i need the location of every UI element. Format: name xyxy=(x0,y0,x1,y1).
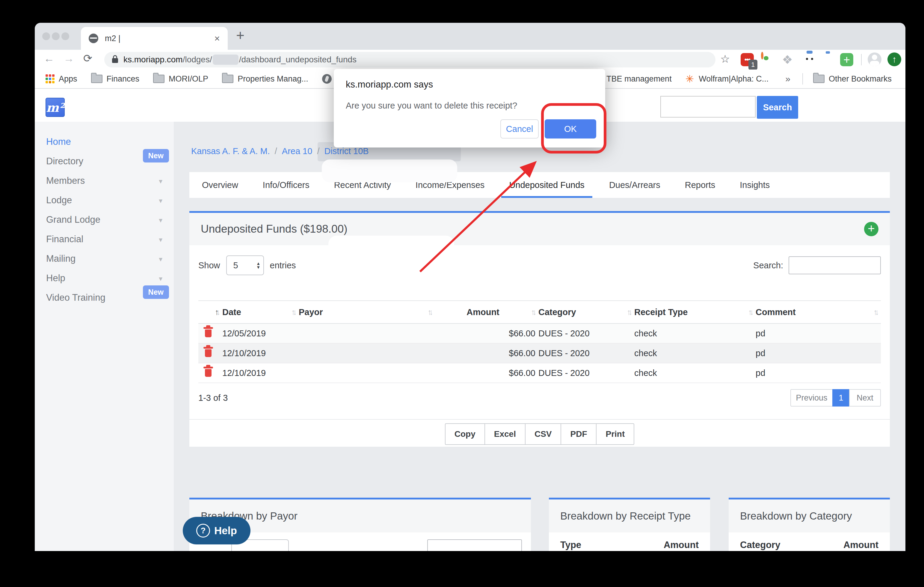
mori-logo[interactable]: m² xyxy=(46,98,65,117)
tab-info-officers[interactable]: Info/Officers xyxy=(263,172,310,198)
cell-comment: pd xyxy=(756,348,881,358)
sidebar-item-home[interactable]: Home xyxy=(35,132,174,151)
address-bar[interactable]: ks.moriapp.com/lodges//dashboard_undepos… xyxy=(104,52,716,68)
cell-amount: $66.00 xyxy=(435,329,538,339)
delete-receipt-icon[interactable] xyxy=(205,369,211,377)
next-page-button[interactable]: Next xyxy=(849,389,881,407)
sidebar-item-help[interactable]: Help ▼ xyxy=(35,268,174,288)
folder-icon xyxy=(222,74,233,83)
col-amount[interactable]: Amount ↑↓ xyxy=(435,307,538,317)
dropbox-extension-icon[interactable]: ❖ xyxy=(781,53,794,66)
chevron-down-icon: ▼ xyxy=(158,198,163,205)
breadcrumb-link-state[interactable]: Kansas A. F. & A. M. xyxy=(191,146,270,156)
back-icon[interactable]: ← xyxy=(44,52,54,65)
payor-search-input[interactable] xyxy=(427,539,522,551)
reload-icon[interactable]: ⟳ xyxy=(83,52,92,65)
delete-receipt-icon[interactable] xyxy=(205,329,211,337)
bookmark-star-icon[interactable]: ☆ xyxy=(720,53,730,65)
csv-button[interactable]: CSV xyxy=(525,423,561,445)
sidebar-item-label: Grand Lodge xyxy=(46,214,101,225)
dialog-title: ks.moriapp.com says xyxy=(346,79,433,90)
traffic-light-minimize-icon[interactable] xyxy=(52,32,59,40)
browser-url-bar: ← → ⟳ ks.moriapp.com/lodges//dashboard_u… xyxy=(35,50,906,69)
tab-overview[interactable]: Overview xyxy=(202,172,238,198)
table-search-input[interactable] xyxy=(789,256,881,274)
sidebar-item-label: Financial xyxy=(46,234,83,245)
profile-avatar[interactable] xyxy=(868,53,881,66)
breadcrumb-link-area[interactable]: Area 10 xyxy=(282,146,312,156)
sidebar-item-lodge[interactable]: Lodge ▼ xyxy=(35,190,174,210)
breadcrumb-link-district[interactable]: District 10B xyxy=(324,146,368,156)
browser-window: m2 | × + ← → ⟳ ks.moriapp.com/lodges//da… xyxy=(35,23,906,551)
breadcrumb-separator: / xyxy=(275,146,277,156)
col-date[interactable]: Date ↑↓ xyxy=(222,307,299,317)
bookmark-label: TBE management xyxy=(606,74,672,84)
sort-icon: ↑↓ xyxy=(291,308,296,317)
bookmark-properties[interactable]: Properties Manag... xyxy=(222,74,308,84)
sidebar-item-video-training[interactable]: Video Training New xyxy=(35,288,174,307)
tab-insights[interactable]: Insights xyxy=(740,172,770,198)
toolbar-divider xyxy=(861,54,862,65)
traffic-light-close-icon[interactable] xyxy=(42,32,50,40)
card-title: Breakdown by Receipt Type xyxy=(560,510,691,522)
add-receipt-button[interactable]: + xyxy=(864,222,878,236)
column-label: Receipt Type xyxy=(634,307,688,317)
cell-amount: $66.00 xyxy=(435,348,538,358)
tab-dues-arrears[interactable]: Dues/Arrears xyxy=(609,172,660,198)
search-button[interactable]: Search xyxy=(757,96,798,119)
col-receipt-type[interactable]: Receipt Type ↑↓ xyxy=(634,307,756,317)
forward-icon[interactable]: → xyxy=(64,52,74,65)
help-label: Help xyxy=(214,525,237,537)
breadcrumb: Kansas A. F. & A. M./Area 10/District 10… xyxy=(191,146,369,156)
cell-receipt-type: check xyxy=(634,329,756,339)
question-icon: ? xyxy=(196,524,210,537)
export-buttons: Copy Excel CSV PDF Print xyxy=(189,423,890,445)
global-search-input[interactable] xyxy=(660,96,756,117)
tab-label: Overview xyxy=(202,180,238,190)
show-label: Show xyxy=(198,261,220,270)
page-length-select[interactable]: 5 ▴▾ xyxy=(226,255,264,275)
sidebar-item-members[interactable]: Members ▼ xyxy=(35,171,174,190)
pdf-button[interactable]: PDF xyxy=(561,423,597,445)
sidebar-item-mailing[interactable]: Mailing ▼ xyxy=(35,249,174,268)
copy-button[interactable]: Copy xyxy=(445,423,485,445)
extension-count-badge: 1 xyxy=(748,60,757,70)
browser-update-icon[interactable]: ↑ xyxy=(888,53,901,66)
col-payor[interactable]: Payor ↑↓ xyxy=(299,307,435,317)
excel-button[interactable]: Excel xyxy=(485,423,526,445)
col-category[interactable]: Category ↑↓ xyxy=(538,307,634,317)
sort-icon: ↑↓ xyxy=(215,308,219,317)
help-floating-button[interactable]: ? Help xyxy=(183,517,251,544)
add-extension-icon[interactable]: + xyxy=(840,53,853,66)
globe-extension-icon[interactable] xyxy=(761,52,763,60)
sidebar-item-grand-lodge[interactable]: Grand Lodge ▼ xyxy=(35,210,174,229)
bookmark-wolfram-alpha[interactable]: ✳ Wolfram|Alpha: C... xyxy=(685,73,769,85)
table-row: 12/10/2019 $66.00 DUES - 2020 check pd xyxy=(198,363,881,383)
bookmark-finances[interactable]: Finances xyxy=(91,74,140,84)
tab-close-icon[interactable]: × xyxy=(214,33,220,44)
previous-page-button[interactable]: Previous xyxy=(790,389,833,407)
bookmark-apps[interactable]: Apps xyxy=(46,74,77,84)
other-bookmarks-button[interactable]: Other Bookmarks xyxy=(813,74,892,84)
delete-receipt-icon[interactable] xyxy=(205,349,211,357)
pagination: Previous 1 Next xyxy=(790,389,881,407)
sidebar-item-directory[interactable]: Directory New xyxy=(35,151,174,171)
sort-icon: ↑↓ xyxy=(627,308,631,317)
bookmark-mori-olp[interactable]: MORI/OLP xyxy=(153,74,208,84)
sidebar-item-financial[interactable]: Financial ▼ xyxy=(35,229,174,249)
cell-comment: pd xyxy=(756,329,881,339)
password-manager-extension-icon[interactable]: ••• 1 xyxy=(741,53,754,66)
current-page-button[interactable]: 1 xyxy=(832,389,850,407)
new-tab-button[interactable]: + xyxy=(236,27,244,43)
bookmarks-overflow-chevron[interactable]: » xyxy=(785,74,790,84)
tab-undeposited-funds[interactable]: Undeposited Funds xyxy=(509,172,584,198)
tab-reports[interactable]: Reports xyxy=(685,172,716,198)
col-delete[interactable]: ↑↓ xyxy=(198,308,222,317)
browser-tab[interactable]: m2 | × xyxy=(81,27,228,50)
column-label: Date xyxy=(222,307,241,317)
cancel-button[interactable]: Cancel xyxy=(500,119,539,139)
print-button[interactable]: Print xyxy=(596,423,634,445)
col-comment[interactable]: Comment ↑↓ xyxy=(756,307,881,317)
traffic-light-zoom-icon[interactable] xyxy=(61,32,69,40)
globe-favicon-icon xyxy=(89,33,98,43)
